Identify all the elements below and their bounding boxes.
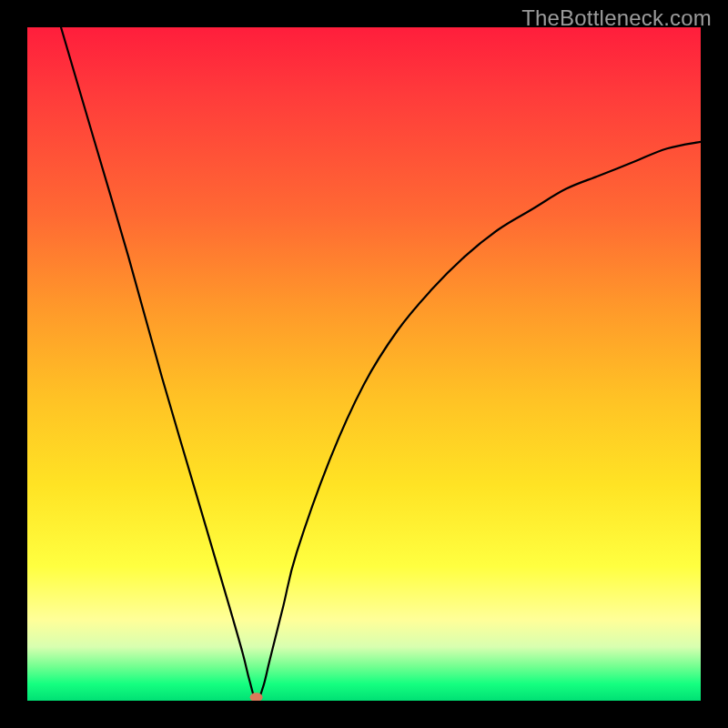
chart-frame: TheBottleneck.com [0,0,728,728]
plot-area [27,27,701,701]
gradient-background [27,27,701,701]
watermark-text: TheBottleneck.com [521,5,712,31]
